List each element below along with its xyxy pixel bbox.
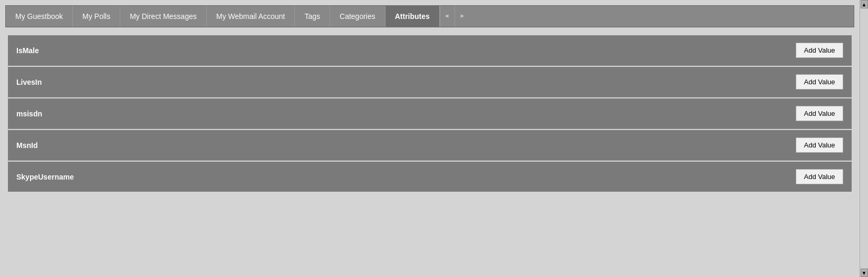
attribute-row-ismale: IsMale Add Value — [8, 35, 852, 66]
add-value-button-msnid[interactable]: Add Value — [796, 137, 843, 153]
scrollbar-up-button[interactable]: ▲ — [861, 0, 868, 8]
scrollbar-down-button[interactable]: ▼ — [861, 269, 868, 277]
attribute-name-skypeusername: SkypeUsername — [16, 173, 74, 181]
tab-guestbook[interactable]: My Guestbook — [6, 6, 73, 27]
tab-webmail[interactable]: My Webmail Account — [207, 6, 295, 27]
add-value-button-skypeusername[interactable]: Add Value — [796, 169, 843, 184]
attribute-name-livesin: LivesIn — [16, 78, 42, 86]
tab-direct-messages[interactable]: My Direct Messages — [120, 6, 207, 27]
tab-prev-button[interactable]: « — [440, 6, 455, 27]
add-value-button-livesin[interactable]: Add Value — [796, 74, 843, 90]
add-value-button-msisdn[interactable]: Add Value — [796, 106, 843, 121]
tab-next-button[interactable]: » — [455, 6, 469, 27]
attribute-row-msnid: MsnId Add Value — [8, 130, 852, 161]
tab-attributes[interactable]: Attributes — [385, 6, 440, 27]
add-value-button-ismale[interactable]: Add Value — [796, 43, 843, 58]
attribute-name-msisdn: msisdn — [16, 110, 42, 118]
outer-container: My Guestbook My Polls My Direct Messages… — [0, 0, 868, 277]
attribute-name-ismale: IsMale — [16, 46, 39, 55]
attributes-container: IsMale Add Value LivesIn Add Value msisd… — [5, 33, 854, 194]
tabs-container: My Guestbook My Polls My Direct Messages… — [5, 5, 854, 27]
attribute-row-skypeusername: SkypeUsername Add Value — [8, 162, 852, 192]
attribute-name-msnid: MsnId — [16, 141, 37, 150]
attribute-row-livesin: LivesIn Add Value — [8, 67, 852, 97]
tab-polls[interactable]: My Polls — [73, 6, 120, 27]
tab-tags[interactable]: Tags — [295, 6, 330, 27]
scrollbar: ▲ ▼ — [860, 0, 868, 277]
tab-categories[interactable]: Categories — [330, 6, 385, 27]
attribute-row-msisdn: msisdn Add Value — [8, 98, 852, 129]
main-content: My Guestbook My Polls My Direct Messages… — [5, 5, 854, 194]
